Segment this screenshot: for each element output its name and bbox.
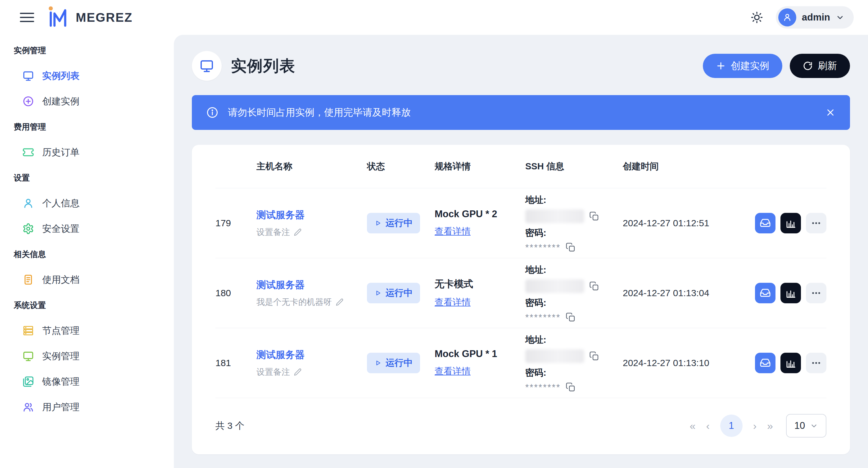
col-spec: 规格详情 [435,160,525,173]
masked-address [525,349,584,363]
ellipsis-icon [811,358,822,368]
inbox-icon [760,357,771,369]
copy-icon[interactable] [589,281,599,291]
sidebar-item-docs[interactable]: 使用文档 [14,271,174,288]
main-content: 实例列表 创建实例 刷新 请勿长时间占 [174,35,868,468]
gear-icon [22,223,34,235]
theme-toggle-sun-icon[interactable] [750,11,764,24]
pencil-icon [294,228,302,236]
hostname-link[interactable]: 测试服务器 [256,348,367,361]
prev-page-button[interactable]: ‹ [706,420,709,432]
created-time: 2024-12-27 01:12:51 [623,218,749,228]
spec-name: Mock GPU * 1 [435,348,525,359]
more-actions-button[interactable] [806,353,827,373]
close-icon[interactable] [825,107,836,118]
sidebar-item-image-mgmt[interactable]: 镜像管理 [14,373,174,390]
current-page[interactable]: 1 [720,414,743,437]
instance-table-card: 主机名称 状态 规格详情 SSH 信息 创建时间 179 测试服务器 设置备注 [192,145,850,454]
sidebar-item-label: 节点管理 [42,324,80,337]
pagination: « ‹ 1 › » 10 [690,414,827,438]
page-header: 实例列表 创建实例 刷新 [192,51,850,81]
table-footer: 共 3 个 « ‹ 1 › » 10 [215,398,827,454]
refresh-icon [803,61,813,71]
sidebar-item-order-history[interactable]: 历史订单 [14,144,174,161]
inbox-icon [760,288,771,299]
status-badge: 运行中 [367,283,420,303]
user-menu[interactable]: admin [776,6,854,29]
sidebar-item-label: 创建实例 [42,95,80,108]
sidebar-item-profile[interactable]: 个人信息 [14,195,174,212]
copy-icon[interactable] [566,312,576,322]
more-actions-button[interactable] [806,283,827,303]
sidebar-item-node-mgmt[interactable]: 节点管理 [14,322,174,339]
edit-note-button[interactable]: 设置备注 [256,367,367,378]
brand-name: MEGREZ [76,10,132,25]
console-button[interactable] [755,213,775,233]
page-title: 实例列表 [231,56,296,77]
page-size-select[interactable]: 10 [786,414,827,438]
menu-icon[interactable] [20,10,34,25]
next-page-button[interactable]: › [753,420,756,432]
monitoring-button[interactable] [780,283,801,303]
chevron-down-icon [836,13,844,22]
first-page-button[interactable]: « [690,420,696,432]
sidebar-section-settings: 设置 [14,169,174,186]
table-row: 180 测试服务器 我是个无卡的机器呀 运行中 [215,258,827,328]
masked-address [525,280,584,293]
col-ssh: SSH 信息 [525,160,623,173]
images-icon [22,376,34,387]
col-hostname: 主机名称 [256,160,367,173]
view-details-link[interactable]: 查看详情 [435,296,525,309]
sidebar-item-create-instance[interactable]: 创建实例 [14,93,174,110]
sidebar-item-user-mgmt[interactable]: 用户管理 [14,399,174,416]
sidebar-item-security-settings[interactable]: 安全设置 [14,220,174,237]
info-icon [206,106,219,119]
ssh-password-label: 密码: [525,227,623,239]
ellipsis-icon [811,218,822,228]
status-badge: 运行中 [367,353,420,373]
more-actions-button[interactable] [806,213,827,233]
ssh-address-label: 地址: [525,264,623,276]
edit-note-button[interactable]: 设置备注 [256,227,367,238]
sidebar-section-instance-mgmt: 实例管理 [14,42,174,59]
total-count: 共 3 个 [215,419,244,432]
bar-chart-icon [785,288,796,299]
ssh-address-label: 地址: [525,334,623,346]
inbox-icon [760,217,771,229]
table-header-row: 主机名称 状态 规格详情 SSH 信息 创建时间 [215,145,827,188]
copy-icon[interactable] [566,242,576,252]
last-page-button[interactable]: » [767,420,773,432]
refresh-button[interactable]: 刷新 [790,54,850,78]
sidebar-section-related-info: 相关信息 [14,245,174,263]
hostname-link[interactable]: 测试服务器 [256,208,367,222]
plus-icon [716,61,726,71]
monitoring-button[interactable] [780,353,801,373]
masked-address [525,209,584,223]
sidebar-section-billing: 费用管理 [14,118,174,136]
pencil-icon [336,298,344,306]
create-instance-button[interactable]: 创建实例 [703,54,782,78]
copy-icon[interactable] [589,211,599,221]
edit-note-button[interactable]: 我是个无卡的机器呀 [256,296,367,308]
sidebar-item-label: 安全设置 [42,223,80,235]
created-time: 2024-12-27 01:13:04 [623,288,749,298]
sidebar-item-instance-mgmt[interactable]: 实例管理 [14,347,174,365]
table-row: 179 测试服务器 设置备注 运行中 [215,188,827,258]
play-icon [374,220,382,227]
copy-icon[interactable] [566,382,576,392]
console-button[interactable] [755,283,775,303]
ellipsis-icon [811,288,822,298]
console-button[interactable] [755,353,775,373]
view-details-link[interactable]: 查看详情 [435,225,525,238]
info-banner: 请勿长时间占用实例，使用完毕请及时释放 [192,95,850,130]
hostname-link[interactable]: 测试服务器 [256,279,367,292]
bar-chart-icon [785,357,796,369]
monitoring-button[interactable] [780,213,801,233]
sidebar-item-instance-list[interactable]: 实例列表 [14,67,174,85]
ssh-password-label: 密码: [525,297,623,309]
bar-chart-icon [785,217,796,229]
monitor-icon [22,350,34,362]
view-details-link[interactable]: 查看详情 [435,365,525,378]
document-icon [22,274,34,286]
copy-icon[interactable] [589,351,599,361]
